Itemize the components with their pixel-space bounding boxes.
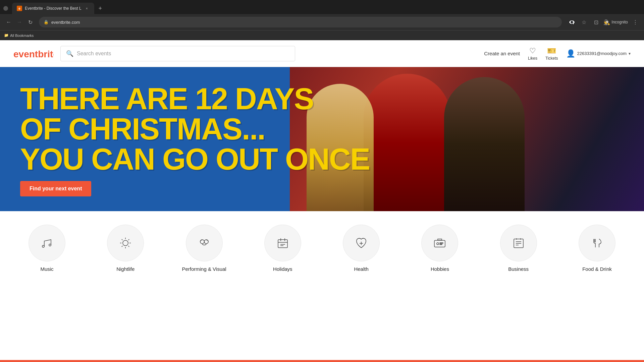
tickets-nav-item[interactable]: 🎫 Tickets (545, 47, 558, 61)
tab-title: Eventbrite - Discover the Best L (25, 6, 82, 11)
category-item-nightlife[interactable]: Nightlife (99, 225, 152, 272)
logo-svg: eventbrite (13, 48, 54, 59)
back-button[interactable]: ← (4, 17, 13, 27)
category-item-health[interactable]: Health (334, 225, 388, 272)
user-icon: 👤 (566, 49, 575, 58)
svg-rect-25 (440, 244, 442, 245)
svg-point-3 (123, 240, 128, 246)
category-label-business: Business (508, 266, 529, 272)
category-grid: Music Nightlife Performing & Visual Holi… (20, 225, 624, 272)
person-2-silhouette (364, 74, 451, 211)
user-account[interactable]: 👤 22633391@moodjoy.com ▾ (566, 49, 631, 58)
category-item-music[interactable]: Music (20, 225, 74, 272)
browser-chrome: e Eventbrite - Discover the Best L × + ←… (0, 0, 644, 40)
category-circle-music (29, 225, 65, 261)
category-label-performing-visual: Performing & Visual (182, 266, 226, 272)
star-icon[interactable]: ☆ (579, 17, 589, 27)
svg-line-11 (122, 246, 123, 247)
browser-nav-buttons: ← → ↻ (4, 17, 35, 27)
category-label-nightlife: Nightlife (116, 266, 135, 272)
tickets-label: Tickets (545, 56, 558, 61)
category-circle-hobbies (421, 225, 458, 261)
bookmarks-folder-icon: 📁 (4, 33, 9, 38)
hero-banner: THERE ARE 12 DAYS OF CHRISTMAS... YOU CA… (0, 67, 644, 211)
forward-button[interactable]: → (15, 17, 24, 27)
hero-headline-line1: THERE ARE 12 DAYS (20, 84, 370, 114)
tab-favicon: e (17, 6, 22, 11)
incognito-badge: 🕵 Incognito (603, 19, 628, 25)
address-text: eventbrite.com (51, 20, 80, 25)
eventbrite-logo[interactable]: eventbrite (13, 48, 54, 59)
svg-point-23 (437, 243, 439, 245)
category-section: Music Nightlife Performing & Visual Holi… (0, 211, 644, 279)
search-icon: 🔍 (66, 50, 73, 57)
category-circle-performing-visual (186, 225, 223, 261)
likes-label: Likes (528, 56, 537, 61)
site-header: eventbrite 🔍 Search events Create an eve… (0, 40, 644, 67)
category-circle-holidays (264, 225, 301, 261)
find-event-button[interactable]: Find your next event (20, 181, 91, 196)
likes-nav-item[interactable]: ♡ Likes (528, 47, 537, 61)
category-item-holidays[interactable]: Holidays (256, 225, 310, 272)
hero-headline-line3: YOU CAN GO OUT ONCE (20, 144, 370, 174)
category-label-food-drink: Food & Drink (582, 266, 612, 272)
window-controls (3, 6, 8, 11)
category-circle-food-drink (579, 225, 615, 261)
svg-line-10 (128, 239, 129, 240)
more-options-button[interactable]: ⋮ (631, 17, 640, 27)
search-placeholder: Search events (77, 51, 111, 57)
address-bar[interactable]: 🔒 eventbrite.com (39, 17, 562, 27)
svg-rect-22 (434, 240, 445, 247)
hero-text-block: THERE ARE 12 DAYS OF CHRISTMAS... YOU CA… (20, 84, 370, 196)
header-nav: Create an event ♡ Likes 🎫 Tickets 👤 2263… (484, 47, 631, 61)
window-dot (3, 6, 8, 11)
browser-tab-bar: e Eventbrite - Discover the Best L × + (0, 0, 644, 14)
eye-off-icon[interactable]: 👁‍🗨 (567, 17, 577, 27)
person-3-silhouette (444, 77, 525, 211)
category-item-business[interactable]: Business (492, 225, 545, 272)
incognito-label: Incognito (611, 20, 628, 24)
bookmarks-bar-all-bookmarks[interactable]: 📁 All Bookmarks (4, 33, 34, 38)
category-circle-business (500, 225, 537, 261)
chevron-down-icon: ▾ (629, 51, 631, 56)
browser-action-buttons: 👁‍🗨 ☆ ⊡ 🕵 Incognito ⋮ (567, 17, 640, 27)
svg-line-8 (122, 239, 123, 240)
category-item-performing-visual[interactable]: Performing & Visual (177, 225, 231, 272)
svg-text:eventbrite: eventbrite (13, 49, 54, 59)
new-tab-button[interactable]: + (96, 4, 105, 13)
ticket-icon: 🎫 (547, 47, 556, 55)
heart-icon: ♡ (529, 47, 536, 55)
svg-point-1 (42, 245, 44, 247)
lock-icon: 🔒 (44, 20, 49, 24)
svg-line-9 (128, 246, 129, 247)
bookmarks-label: All Bookmarks (10, 34, 34, 38)
search-bar[interactable]: 🔍 Search events (60, 46, 295, 61)
svg-point-2 (49, 244, 51, 246)
category-label-hobbies: Hobbies (431, 266, 449, 272)
user-email: 22633391@moodjoy.com (577, 51, 627, 56)
bottom-progress-bar (0, 360, 644, 362)
create-event-button[interactable]: Create an event (484, 51, 520, 56)
category-circle-nightlife (107, 225, 144, 261)
tab-close-button[interactable]: × (84, 6, 90, 11)
hero-headline-line2: OF CHRISTMAS... (20, 114, 370, 144)
bookmarks-bar: 📁 All Bookmarks (0, 30, 644, 40)
category-circle-health (343, 225, 380, 261)
category-item-food-drink[interactable]: Food & Drink (570, 225, 624, 272)
refresh-button[interactable]: ↻ (25, 17, 35, 27)
browser-tab-active[interactable]: e Eventbrite - Discover the Best L × (12, 3, 94, 14)
category-label-music: Music (40, 266, 53, 272)
category-label-holidays: Holidays (273, 266, 292, 272)
svg-rect-24 (440, 243, 443, 243)
category-label-health: Health (354, 266, 368, 272)
category-item-hobbies[interactable]: Hobbies (413, 225, 467, 272)
browser-address-bar: ← → ↻ 🔒 eventbrite.com 👁‍🗨 ☆ ⊡ 🕵 Incogni… (0, 14, 644, 30)
profile-icon[interactable]: ⊡ (591, 17, 601, 27)
svg-rect-14 (278, 240, 287, 248)
